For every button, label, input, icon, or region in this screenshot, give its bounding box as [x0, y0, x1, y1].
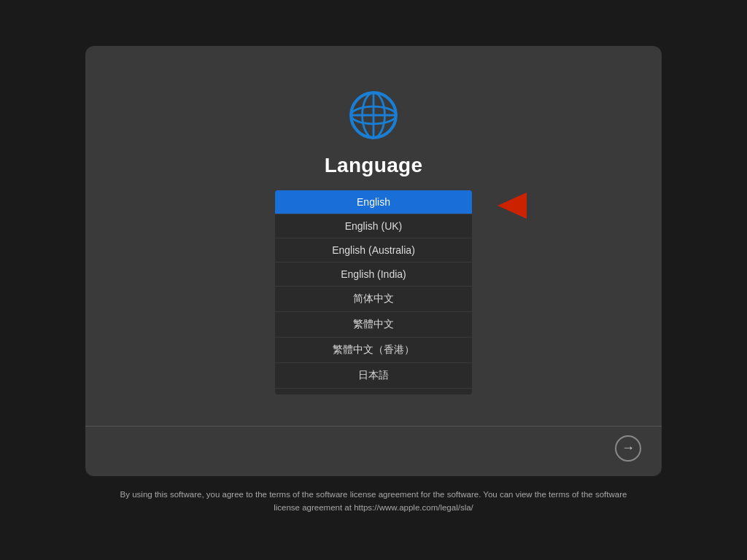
divider [85, 426, 662, 427]
list-wrapper: EnglishEnglish (UK)English (Australia)En… [275, 190, 472, 394]
footer-label: By using this software, you agree to the… [120, 490, 627, 512]
next-button[interactable]: → [615, 435, 641, 462]
footer-text: By using this software, you agree to the… [85, 488, 662, 515]
language-dialog: Language EnglishEnglish (UK)English (Aus… [85, 46, 662, 476]
language-list[interactable]: EnglishEnglish (UK)English (Australia)En… [275, 190, 472, 394]
language-item[interactable]: 简体中文 [275, 287, 472, 312]
dialog-title: Language [325, 154, 423, 177]
language-item[interactable]: English (India) [275, 262, 472, 287]
language-item[interactable]: English (Australia) [275, 238, 472, 262]
language-item[interactable]: English [275, 190, 472, 214]
language-item[interactable]: 日本語 [275, 363, 472, 389]
language-item[interactable]: English (UK) [275, 214, 472, 238]
language-item[interactable]: 繁體中文 [275, 312, 472, 338]
globe-icon [348, 90, 399, 141]
language-item[interactable]: 繁體中文（香港） [275, 338, 472, 363]
language-item[interactable]: Español [275, 389, 472, 394]
arrow-indicator [498, 192, 527, 219]
